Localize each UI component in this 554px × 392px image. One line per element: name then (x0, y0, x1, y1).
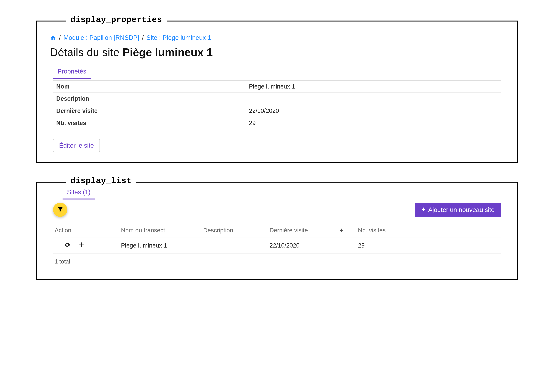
property-label: Dernière visite (56, 107, 249, 114)
display-list-panel: display_list Sites (1) Ajouter un nouvea… (36, 182, 518, 280)
row-actions (55, 242, 121, 249)
tabs-list: Sites (1) (44, 186, 510, 199)
property-value: 29 (249, 120, 498, 126)
add-site-button[interactable]: Ajouter un nouveau site (415, 203, 501, 217)
table-row: Piège lumineux 1 22/10/2020 29 (53, 238, 501, 253)
breadcrumb-sep: / (58, 34, 62, 41)
view-icon[interactable] (64, 242, 70, 249)
plus-icon (421, 206, 426, 213)
filter-icon (57, 206, 63, 213)
table-header: Action Nom du transect Description Derni… (53, 223, 501, 238)
panel-label-list: display_list (66, 176, 136, 186)
property-value: Piège lumineux 1 (249, 83, 498, 90)
add-site-label: Ajouter un nouveau site (428, 206, 495, 213)
property-row: Dernière visite 22/10/2020 (53, 105, 501, 117)
page-title-main: Piège lumineux 1 (122, 46, 213, 58)
tabs-properties: Propriétés (44, 65, 510, 79)
add-icon[interactable] (78, 242, 85, 249)
list-toolbar: Ajouter un nouveau site (44, 199, 510, 218)
breadcrumb-module-link[interactable]: Module : Papillon [RNSDP] (63, 34, 139, 41)
col-nb-visits[interactable]: Nb. visites (358, 227, 421, 234)
col-description[interactable]: Description (203, 227, 270, 234)
col-last-visit[interactable]: Dernière visite (270, 227, 339, 234)
tab-sites[interactable]: Sites (1) (62, 186, 95, 199)
property-label: Description (56, 95, 249, 102)
property-label: Nom (56, 83, 249, 90)
cell-name: Piège lumineux 1 (121, 242, 203, 249)
table-footer-count: 1 total (44, 253, 510, 270)
col-action: Action (55, 227, 121, 234)
display-properties-panel: display_properties / Module : Papillon [… (36, 21, 518, 163)
panel-label-properties: display_properties (66, 15, 167, 24)
property-value (249, 95, 498, 102)
cell-nb-visits: 29 (358, 242, 421, 249)
property-row: Nb. visites 29 (53, 117, 501, 129)
breadcrumb-sep: / (141, 34, 145, 41)
filter-button[interactable] (53, 203, 67, 217)
page-title-prefix: Détails du site (50, 46, 122, 58)
property-row: Description (53, 93, 501, 105)
property-row: Nom Piège lumineux 1 (53, 81, 501, 93)
properties-table: Nom Piège lumineux 1 Description Dernièr… (53, 80, 501, 129)
sites-table: Action Nom du transect Description Derni… (53, 223, 501, 253)
home-icon[interactable] (50, 34, 58, 41)
sort-desc-icon[interactable] (339, 227, 358, 234)
tab-properties[interactable]: Propriétés (53, 65, 91, 79)
cell-last-visit: 22/10/2020 (270, 242, 339, 249)
breadcrumb: / Module : Papillon [RNSDP] / Site : Piè… (44, 29, 510, 43)
property-label: Nb. visites (56, 120, 249, 126)
col-name[interactable]: Nom du transect (121, 227, 203, 234)
page-title: Détails du site Piège lumineux 1 (44, 43, 510, 65)
property-value: 22/10/2020 (249, 107, 498, 114)
breadcrumb-site-link[interactable]: Site : Piège lumineux 1 (146, 34, 211, 41)
edit-site-button[interactable]: Éditer le site (53, 139, 100, 152)
